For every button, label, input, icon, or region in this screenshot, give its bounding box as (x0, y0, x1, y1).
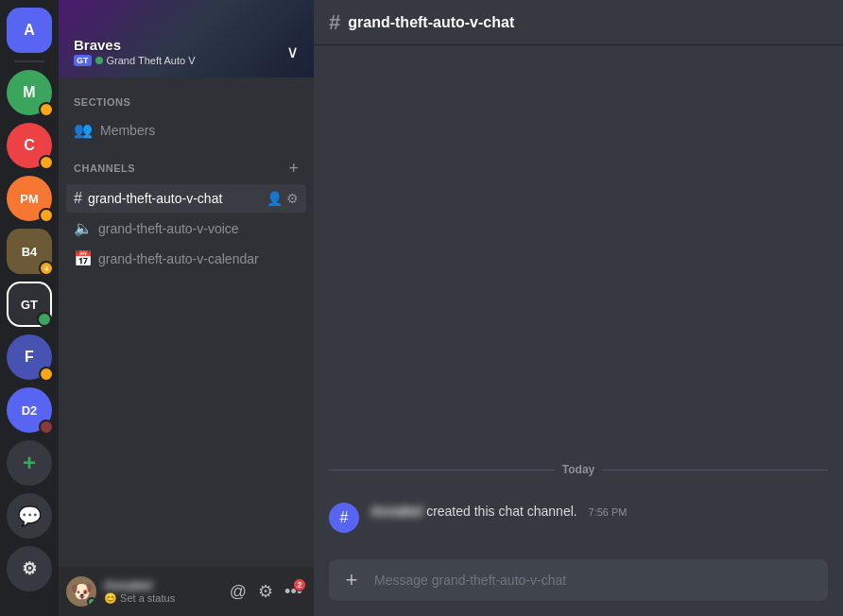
channel-item-voice[interactable]: 🔈 grand-theft-auto-v-voice (66, 214, 306, 243)
server-list: A M C PM B4 4 GT F D2 + 💬 ⚙ (0, 0, 59, 616)
channel-item-calendar[interactable]: 📅 grand-theft-auto-v-calendar (66, 244, 306, 273)
server-icon-M[interactable]: M (7, 70, 52, 115)
channels-header: Channels + (66, 156, 306, 180)
message-input[interactable] (374, 561, 820, 599)
dm-button[interactable]: 💬 (7, 493, 52, 539)
hash-icon: # (74, 190, 82, 207)
channels-section: Channels + # grand-theft-auto-v-chat 👤 ⚙… (66, 156, 306, 273)
user-info: Annabel 😊 Set a status (104, 578, 218, 605)
server-header-content: Braves GT Grand Theft Auto V ∨ (74, 37, 299, 66)
user-settings-button[interactable]: ⚙ (7, 546, 52, 591)
channel-hash-icon: # (329, 10, 340, 35)
message-input-area: + (314, 559, 843, 616)
date-divider-line-right (602, 470, 828, 471)
channels-label[interactable]: Channels (74, 163, 135, 174)
user-status-dot (87, 597, 96, 607)
sections-label: Sections (66, 93, 306, 111)
channel-sidebar: Braves GT Grand Theft Auto V ∨ Sections … (59, 0, 314, 616)
add-members-icon[interactable]: 👤 (267, 191, 283, 206)
members-icon: 👥 (74, 121, 93, 139)
user-controls: @ ⚙ ••• 2 (226, 577, 306, 606)
add-server-button[interactable]: + (7, 440, 52, 486)
user-status[interactable]: 😊 Set a status (104, 592, 218, 605)
speaker-icon: 🔈 (74, 219, 93, 237)
server-badge-GT (37, 312, 52, 327)
user-name: Annabel (104, 578, 218, 592)
date-divider-line-left (329, 470, 555, 471)
channel-name-chat: grand-theft-auto-v-chat (88, 191, 222, 206)
message-input-wrapper: + (329, 559, 828, 601)
server-badge-C (39, 155, 54, 170)
sidebar-item-members[interactable]: 👥 Members (66, 115, 306, 145)
date-text: Today (562, 463, 594, 476)
server-badge-B4: 4 (39, 261, 54, 276)
channel-name-voice: grand-theft-auto-v-voice (98, 221, 239, 236)
add-channel-button[interactable]: + (288, 160, 299, 177)
system-msg-body: created this chat channel. (426, 504, 577, 519)
server-icon-PM[interactable]: PM (7, 176, 52, 221)
server-name: Braves (74, 37, 195, 53)
server-badge-PM (39, 208, 54, 223)
user-avatar: 🐶 (66, 576, 96, 607)
status-text: Set a status (120, 592, 175, 604)
server-icon-GT[interactable]: GT (7, 282, 52, 327)
system-msg-time: 7:56 PM (589, 506, 628, 518)
channel-item-chat[interactable]: # grand-theft-auto-v-chat 👤 ⚙ (66, 184, 306, 213)
more-options-button[interactable]: ••• 2 (281, 578, 306, 606)
messages-area: Today # Annabel created this chat channe… (314, 45, 843, 559)
system-msg-username: Annabel (370, 504, 422, 519)
calendar-icon: 📅 (74, 249, 93, 267)
channel-name-calendar: grand-theft-auto-v-calendar (98, 251, 259, 266)
channel-actions-chat: 👤 ⚙ (267, 191, 299, 206)
user-settings-ctrl[interactable]: ⚙ (254, 577, 277, 606)
server-subtitle-text: Grand Theft Auto V (107, 55, 196, 66)
notification-badge: 2 (293, 578, 306, 591)
server-icon-B4[interactable]: B4 4 (7, 229, 52, 274)
gt-badge: GT (74, 55, 92, 66)
user-area: 🐶 Annabel 😊 Set a status @ ⚙ ••• 2 (59, 567, 314, 616)
main-chat: # grand-theft-auto-v-chat Today # Annabe… (314, 0, 843, 616)
mention-button[interactable]: @ (226, 578, 250, 606)
attach-button[interactable]: + (336, 565, 367, 595)
server-header-info: Braves GT Grand Theft Auto V (74, 37, 195, 66)
online-dot (95, 57, 103, 64)
date-divider: Today (314, 455, 843, 484)
sections-area: Sections 👥 Members Channels + # grand-th… (59, 77, 314, 567)
system-msg-icon: # (329, 503, 359, 533)
server-icon-C[interactable]: C (7, 123, 52, 168)
system-msg-content: Annabel created this chat channel. 7:56 … (370, 503, 828, 520)
chevron-down-icon[interactable]: ∨ (286, 42, 299, 62)
members-label: Members (100, 123, 155, 138)
server-icon-D2[interactable]: D2 (7, 387, 52, 433)
server-subtitle: GT Grand Theft Auto V (74, 55, 195, 66)
status-emoji: 😊 (104, 592, 117, 604)
chat-channel-name: grand-theft-auto-v-chat (348, 14, 514, 31)
server-icon-A[interactable]: A (7, 8, 52, 53)
system-message: # Annabel created this chat channel. 7:5… (314, 499, 843, 537)
settings-icon[interactable]: ⚙ (286, 191, 299, 206)
chat-header: # grand-theft-auto-v-chat (314, 0, 843, 45)
server-divider (14, 60, 44, 62)
server-badge-M (39, 102, 54, 117)
server-header[interactable]: Braves GT Grand Theft Auto V ∨ (59, 0, 314, 77)
server-badge-F (39, 367, 54, 382)
system-msg-text: Annabel created this chat channel. 7:56 … (370, 504, 628, 519)
server-badge-D2 (39, 419, 54, 435)
server-icon-F[interactable]: F (7, 334, 52, 380)
